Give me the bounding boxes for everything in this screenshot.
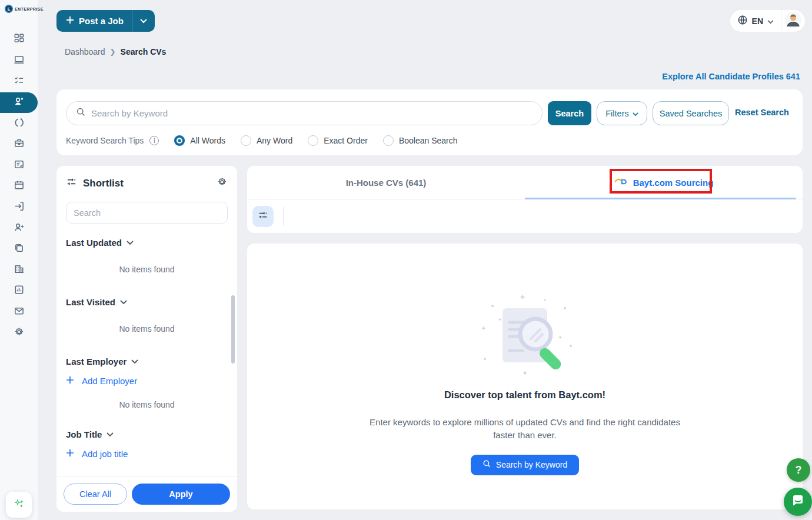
search-by-keyword-button[interactable]: Search by Keyword [471, 455, 579, 475]
sidebar-item-reports[interactable] [0, 281, 38, 302]
reset-search-link[interactable]: Reset Search [735, 108, 789, 117]
filter-section-last-visited: Last Visited No items found [56, 289, 237, 348]
info-icon[interactable]: i [149, 136, 159, 145]
apply-button[interactable]: Apply [132, 484, 230, 505]
language-selector[interactable]: EN [730, 10, 781, 32]
help-button[interactable]: ? [787, 458, 810, 482]
sidebar-item-interviews[interactable] [0, 113, 38, 134]
sidebar-item-evaluations[interactable] [0, 155, 38, 176]
radio-icon [241, 135, 251, 146]
sidebar-item-search-cvs[interactable] [0, 92, 38, 114]
filters-label: Filters [605, 109, 628, 118]
ai-assistant-button[interactable] [6, 492, 32, 518]
sliders-icon [66, 176, 77, 190]
toolbar-filter-button[interactable] [252, 206, 274, 227]
active-tab-indicator [525, 198, 796, 199]
annotation-highlight-box [610, 169, 712, 194]
globe-icon [737, 15, 748, 27]
radio-exact-order[interactable]: Exact Order [308, 135, 368, 146]
empty-state-text: No items found [66, 248, 228, 289]
sidebar-item-calendar[interactable] [0, 176, 38, 197]
post-a-job-label: Post a Job [79, 16, 124, 26]
chevron-down-icon [120, 300, 127, 305]
briefcase-icon [14, 138, 25, 151]
add-job-title-label: Add job title [82, 449, 128, 459]
radio-selected-icon [174, 135, 185, 146]
filters-button[interactable]: Filters [597, 101, 647, 125]
chevron-down-icon [107, 432, 114, 437]
sidebar-item-tasks[interactable] [0, 71, 38, 92]
user-menu[interactable] [781, 10, 805, 32]
breadcrumb-dashboard[interactable]: Dashboard [65, 47, 105, 56]
sidebar-item-add-user[interactable] [0, 218, 38, 239]
chevron-down-icon [127, 241, 134, 245]
shortlist-panel: Shortlist Last Updated No items found La… [56, 166, 237, 512]
radio-any-word[interactable]: Any Word [241, 135, 292, 146]
chat-icon [791, 494, 805, 510]
filter-last-employer-toggle[interactable]: Last Employer [66, 356, 228, 366]
tab-inhouse-cvs[interactable]: In-House CVs (641) [247, 166, 525, 199]
filter-last-updated-toggle[interactable]: Last Updated [66, 238, 228, 248]
language-label: EN [752, 16, 763, 26]
saved-searches-button[interactable]: Saved Searches [653, 101, 729, 125]
gear-icon [14, 326, 25, 340]
radio-all-words[interactable]: All Words [174, 135, 225, 146]
add-job-title-link[interactable]: Add job title [66, 449, 228, 459]
filter-title: Last Visited [66, 297, 115, 307]
add-employer-link[interactable]: Add Employer [66, 376, 228, 386]
brand-name: ENTERPRISE [15, 7, 44, 11]
keyword-search-panel: Search Filters Saved Searches Reset Sear… [56, 89, 803, 155]
explore-all-profiles-link[interactable]: Explore All Candidate Profiles 641 [662, 72, 800, 81]
shortlist-header: Shortlist [56, 166, 237, 194]
empty-state-description: Enter keywords to explore millions of up… [369, 416, 681, 442]
candidates-icon [14, 96, 25, 109]
sidebar-item-mail[interactable] [0, 302, 38, 323]
keyword-search-inputbox[interactable] [66, 101, 543, 125]
plus-icon [66, 16, 74, 26]
tab-toolbar [247, 199, 803, 234]
filter-last-visited-toggle[interactable]: Last Visited [66, 297, 228, 307]
monitor-icon [14, 54, 25, 68]
scrollbar-thumb[interactable] [231, 295, 235, 364]
sidebar-item-settings[interactable] [0, 322, 38, 344]
search-cv-illustration [466, 289, 584, 380]
shortlist-title: Shortlist [83, 178, 211, 189]
cv-source-tabs-card: In-House CVs (641) Bayt.com Sourcing [247, 166, 803, 233]
clear-all-button[interactable]: Clear All [64, 484, 127, 505]
filter-title: Last Employer [66, 356, 127, 366]
gear-icon[interactable] [217, 176, 228, 190]
empty-state-text: No items found [66, 386, 228, 421]
copy-icon [14, 242, 25, 256]
post-a-job-dropdown[interactable] [132, 19, 155, 24]
radio-icon [308, 135, 318, 146]
filter-job-title-toggle[interactable]: Job Title [66, 429, 228, 439]
sidebar-item-careers-site[interactable] [0, 51, 38, 72]
company-icon [14, 264, 25, 277]
sidebar-item-company[interactable] [0, 260, 38, 281]
toolbar-divider [283, 207, 284, 226]
keyword-search-input[interactable] [91, 108, 533, 118]
radio-icon [383, 135, 394, 146]
filter-title: Job Title [66, 429, 102, 439]
chat-widget-button[interactable] [784, 488, 812, 516]
radio-boolean-search[interactable]: Boolean Search [383, 135, 458, 146]
post-a-job-button[interactable]: Post a Job [56, 10, 155, 32]
breadcrumb: Dashboard ❯ Search CVs [65, 47, 166, 56]
shortlist-search-box[interactable] [66, 202, 228, 224]
sidebar: E ENTERPRISE [0, 0, 38, 520]
sidebar-item-dashboard[interactable] [0, 29, 38, 51]
keyword-search-tips-label: Keyword Search Tips [66, 136, 144, 145]
sidebar-item-jobs[interactable] [0, 134, 38, 155]
radio-boolean-search-label: Boolean Search [399, 136, 458, 145]
add-employer-label: Add Employer [82, 376, 137, 386]
breadcrumb-current: Search CVs [121, 47, 167, 56]
filter-title: Last Updated [66, 238, 122, 248]
plus-icon [66, 449, 74, 459]
sidebar-item-onboarding[interactable] [0, 197, 38, 218]
sidebar-item-pools[interactable] [0, 239, 38, 260]
search-button[interactable]: Search [548, 101, 591, 125]
shortlist-search-input[interactable] [74, 208, 220, 218]
enterprise-logo: E ENTERPRISE [5, 5, 44, 13]
mail-icon [14, 305, 25, 319]
empty-state-title: Discover top talent from Bayt.com! [444, 389, 605, 401]
